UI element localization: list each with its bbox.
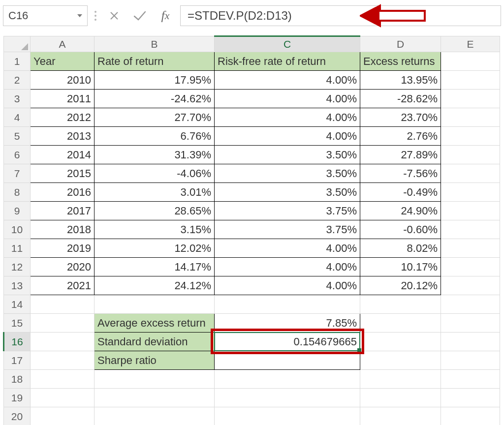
cell-C13[interactable]: 4.00% xyxy=(215,276,360,295)
row-header-7[interactable]: 7 xyxy=(4,164,31,183)
cell-B15[interactable]: Average excess return xyxy=(94,314,215,333)
cell-C6[interactable]: 3.50% xyxy=(215,146,360,164)
cell-D4[interactable]: 23.70% xyxy=(360,108,441,127)
cell-E3[interactable] xyxy=(441,90,500,108)
cell-E16[interactable] xyxy=(441,333,500,351)
cell-A10[interactable]: 2018 xyxy=(31,220,94,239)
cell-B4[interactable]: 27.70% xyxy=(94,108,215,127)
cell-E5[interactable] xyxy=(441,127,500,146)
row-header-15[interactable]: 15 xyxy=(4,314,31,333)
cell-C19[interactable] xyxy=(215,389,360,407)
cell-E17[interactable] xyxy=(441,351,500,370)
cell-E11[interactable] xyxy=(441,239,500,258)
chevron-down-icon[interactable] xyxy=(77,14,82,17)
row-header-3[interactable]: 3 xyxy=(4,90,31,108)
enter-button[interactable] xyxy=(129,5,151,26)
cell-B16[interactable]: Standard deviation xyxy=(94,333,215,351)
row-header-9[interactable]: 9 xyxy=(4,202,31,220)
cell-B17[interactable]: Sharpe ratio xyxy=(94,351,215,370)
row-header-6[interactable]: 6 xyxy=(4,146,31,164)
row-header-10[interactable]: 10 xyxy=(4,220,31,239)
cell-E19[interactable] xyxy=(441,389,500,407)
cell-A15[interactable] xyxy=(31,314,94,333)
row-header-8[interactable]: 8 xyxy=(4,183,31,202)
cell-A2[interactable]: 2010 xyxy=(31,71,94,90)
col-header-D[interactable]: D xyxy=(360,36,441,52)
cell-E10[interactable] xyxy=(441,220,500,239)
col-header-B[interactable]: B xyxy=(94,36,215,52)
cell-E12[interactable] xyxy=(441,258,500,276)
cell-B12[interactable]: 14.17% xyxy=(94,258,215,276)
cell-E15[interactable] xyxy=(441,314,500,333)
cell-B5[interactable]: 6.76% xyxy=(94,127,215,146)
cell-A8[interactable]: 2016 xyxy=(31,183,94,202)
cell-B10[interactable]: 3.15% xyxy=(94,220,215,239)
cell-E2[interactable] xyxy=(441,71,500,90)
col-header-C[interactable]: C xyxy=(215,36,360,52)
cell-A4[interactable]: 2012 xyxy=(31,108,94,127)
cell-B13[interactable]: 24.12% xyxy=(94,276,215,295)
cell-C12[interactable]: 4.00% xyxy=(215,258,360,276)
row-header-1[interactable]: 1 xyxy=(4,52,31,71)
row-header-19[interactable]: 19 xyxy=(4,389,31,407)
cell-C9[interactable]: 3.75% xyxy=(215,202,360,220)
cell-C2[interactable]: 4.00% xyxy=(215,71,360,90)
cell-E14[interactable] xyxy=(441,295,500,314)
spreadsheet-grid[interactable]: A B C D E 1YearRate of returnRisk-free r… xyxy=(3,35,501,425)
cell-C10[interactable]: 3.75% xyxy=(215,220,360,239)
cell-D10[interactable]: -0.60% xyxy=(360,220,441,239)
cell-C4[interactable]: 4.00% xyxy=(215,108,360,127)
row-header-14[interactable]: 14 xyxy=(4,295,31,314)
row-header-5[interactable]: 5 xyxy=(4,127,31,146)
row-header-18[interactable]: 18 xyxy=(4,370,31,389)
cell-B14[interactable] xyxy=(94,295,215,314)
cell-C7[interactable]: 3.50% xyxy=(215,164,360,183)
col-header-A[interactable]: A xyxy=(31,36,94,52)
cell-E18[interactable] xyxy=(441,370,500,389)
formula-input[interactable]: =STDEV.P(D2:D13) xyxy=(180,5,501,26)
cell-D7[interactable]: -7.56% xyxy=(360,164,441,183)
row-header-11[interactable]: 11 xyxy=(4,239,31,258)
cell-B6[interactable]: 31.39% xyxy=(94,146,215,164)
cell-A14[interactable] xyxy=(31,295,94,314)
cell-B11[interactable]: 12.02% xyxy=(94,239,215,258)
cell-C3[interactable]: 4.00% xyxy=(215,90,360,108)
cell-A11[interactable]: 2019 xyxy=(31,239,94,258)
cell-D17[interactable] xyxy=(360,351,441,370)
cell-A5[interactable]: 2013 xyxy=(31,127,94,146)
row-header-13[interactable]: 13 xyxy=(4,276,31,295)
cell-D8[interactable]: -0.49% xyxy=(360,183,441,202)
row-header-17[interactable]: 17 xyxy=(4,351,31,370)
cell-A7[interactable]: 2015 xyxy=(31,164,94,183)
row-header-12[interactable]: 12 xyxy=(4,258,31,276)
cell-C17[interactable] xyxy=(215,351,360,370)
cell-D1[interactable]: Excess returns xyxy=(360,52,441,71)
cell-A13[interactable]: 2021 xyxy=(31,276,94,295)
cell-D9[interactable]: 24.90% xyxy=(360,202,441,220)
cell-D3[interactable]: -28.62% xyxy=(360,90,441,108)
cell-D18[interactable] xyxy=(360,370,441,389)
cell-D20[interactable] xyxy=(360,407,441,425)
cell-E1[interactable] xyxy=(441,52,500,71)
cell-A6[interactable]: 2014 xyxy=(31,146,94,164)
select-all-corner[interactable] xyxy=(4,36,31,52)
cell-C5[interactable]: 4.00% xyxy=(215,127,360,146)
cell-A19[interactable] xyxy=(31,389,94,407)
col-header-E[interactable]: E xyxy=(441,36,500,52)
cell-B1[interactable]: Rate of return xyxy=(94,52,215,71)
cell-A16[interactable] xyxy=(31,333,94,351)
cell-C16[interactable]: 0.154679665 xyxy=(215,333,360,351)
cell-C11[interactable]: 4.00% xyxy=(215,239,360,258)
cell-C20[interactable] xyxy=(215,407,360,425)
cell-C18[interactable] xyxy=(215,370,360,389)
cell-D13[interactable]: 20.12% xyxy=(360,276,441,295)
cell-A9[interactable]: 2017 xyxy=(31,202,94,220)
cell-E9[interactable] xyxy=(441,202,500,220)
cell-A1[interactable]: Year xyxy=(31,52,94,71)
row-header-20[interactable]: 20 xyxy=(4,407,31,425)
row-header-4[interactable]: 4 xyxy=(4,108,31,127)
cell-E7[interactable] xyxy=(441,164,500,183)
cell-C1[interactable]: Risk-free rate of return xyxy=(215,52,360,71)
cell-E13[interactable] xyxy=(441,276,500,295)
fx-icon[interactable]: fx xyxy=(155,5,176,26)
